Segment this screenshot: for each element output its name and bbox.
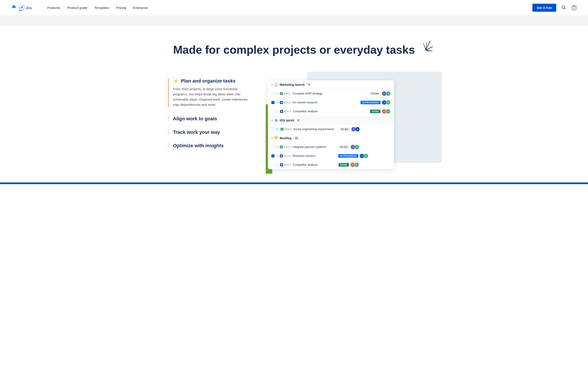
task-row: ▾ ◼ KEY-2 Do market research IN PROGRESS… bbox=[268, 98, 394, 107]
feature-active-desc: From short projects, to large cross-func… bbox=[173, 86, 251, 107]
task-row: ▾ ▲ KEY-1 Integrate payment platform TO … bbox=[268, 143, 394, 152]
status-badge: TO DO bbox=[339, 128, 350, 131]
group-backlog: ▾ 🗂️ Backlog 12 bbox=[268, 134, 394, 143]
status-badge: DONE bbox=[370, 110, 381, 113]
story-icon: ▲ bbox=[280, 128, 284, 131]
navbar: Jira Features Product guide Templates Pr… bbox=[0, 0, 588, 16]
avatar: A bbox=[355, 127, 360, 132]
feature-inactive-title-1: Track work your way bbox=[173, 130, 220, 135]
features-right: ▾ 📋 Marketing launch 3 ▾ ▲ KEY-1 Complet… bbox=[268, 78, 429, 169]
status-badge: IN PROGRESS bbox=[360, 101, 381, 104]
task-row: ◼ KEY-3 Competitor analysis DONE H G bbox=[268, 107, 394, 116]
subtask-icon: ◼ bbox=[280, 110, 283, 113]
subtask-icon: ◼ bbox=[280, 101, 283, 104]
task-avatars: A G bbox=[383, 100, 390, 105]
group-icon-backlog: 🗂️ bbox=[274, 136, 278, 140]
task-checkbox[interactable] bbox=[271, 154, 275, 157]
story-icon: ▲ bbox=[280, 145, 283, 149]
nav-features[interactable]: Features bbox=[47, 6, 60, 10]
task-name: Research vendors bbox=[293, 154, 336, 157]
svg-line-9 bbox=[423, 43, 426, 50]
task-name: Complete MVP strategy bbox=[293, 92, 367, 95]
svg-line-3 bbox=[564, 8, 565, 9]
status-badge: TO DO bbox=[338, 145, 349, 149]
task-name: Integrate payment platform bbox=[293, 145, 336, 149]
feature-align-work[interactable]: Align work to goals bbox=[168, 116, 251, 122]
task-avatars: F A bbox=[383, 91, 390, 96]
task-key: ▲ KEY-1 bbox=[280, 92, 290, 95]
task-name: Scope engineering requirements bbox=[293, 128, 337, 131]
jira-logo-svg: Jira bbox=[19, 5, 39, 11]
subtask-icon: ◼ bbox=[280, 154, 283, 157]
feature-inactive-title-0: Align work to goals bbox=[173, 116, 217, 121]
hero-title: Made for complex projects or everyday ta… bbox=[173, 43, 415, 57]
user-avatar[interactable] bbox=[571, 4, 577, 11]
feature-active-title: Plan and organize tasks bbox=[181, 78, 236, 84]
group-count-ios: 6 bbox=[296, 118, 301, 122]
chevron-down-icon: ▾ bbox=[271, 119, 273, 121]
group-ios-sprint: ▾ ⚙️ iOS sprint 6 bbox=[268, 116, 394, 125]
group-count-backlog: 12 bbox=[293, 136, 300, 140]
group-name-backlog: Backlog bbox=[280, 136, 291, 140]
nav-right: Get it free bbox=[532, 4, 577, 12]
loading-spinner bbox=[572, 6, 576, 10]
task-avatars: A G bbox=[360, 153, 368, 158]
footer-blue-bar bbox=[0, 182, 588, 184]
features-section: ⚡ Plan and organize tasks From short pro… bbox=[142, 65, 446, 182]
group-icon-ios: ⚙️ bbox=[274, 118, 278, 122]
task-checkbox[interactable] bbox=[271, 145, 275, 149]
task-checkbox[interactable] bbox=[271, 92, 275, 95]
task-avatars: F A bbox=[351, 145, 359, 149]
task-name: Competitor analysis bbox=[293, 110, 368, 113]
nav-pricing[interactable]: Pricing bbox=[116, 6, 126, 10]
task-key: ◼ KEY-3 bbox=[280, 163, 291, 166]
avatar: G bbox=[354, 163, 359, 167]
task-row: ▾ ▲ KEY-1 Complete MVP strategy TO DO F … bbox=[268, 89, 394, 98]
group-icon-marketing: 📋 bbox=[274, 83, 278, 86]
task-key: ◼ KEY-2 bbox=[280, 101, 290, 104]
task-checkbox[interactable] bbox=[271, 101, 275, 104]
get-it-free-button[interactable]: Get it free bbox=[532, 4, 556, 12]
sparkle-decoration bbox=[417, 39, 434, 52]
hero-section: Made for complex projects or everyday ta… bbox=[0, 26, 588, 65]
task-panel: ▾ 📋 Marketing launch 3 ▾ ▲ KEY-1 Complet… bbox=[268, 80, 394, 169]
task-name: Do market research bbox=[293, 101, 358, 104]
svg-text:Jira: Jira bbox=[26, 6, 32, 10]
search-button[interactable] bbox=[560, 4, 567, 12]
story-icon: ▲ bbox=[280, 92, 283, 95]
avatar: G bbox=[363, 153, 368, 158]
group-marketing-launch: ▾ 📋 Marketing launch 3 bbox=[268, 80, 394, 89]
task-row: ◼ KEY-3 Competitor analysis DONE H G bbox=[268, 161, 394, 169]
task-checkbox[interactable] bbox=[275, 110, 278, 113]
task-key: ▲ KEY-1 bbox=[280, 145, 290, 149]
avatar: A bbox=[354, 145, 359, 149]
feature-optimize-insights[interactable]: Optimize with insights bbox=[168, 143, 251, 149]
feature-track-work[interactable]: Track work your way bbox=[168, 130, 251, 135]
search-icon bbox=[561, 5, 566, 10]
status-badge: TO DO bbox=[369, 92, 381, 95]
group-name-ios: iOS sprint bbox=[280, 118, 294, 122]
lightning-icon: ⚡ bbox=[173, 78, 179, 84]
task-checkbox[interactable] bbox=[275, 163, 278, 166]
nav-templates[interactable]: Templates bbox=[94, 6, 109, 10]
avatar: A bbox=[386, 91, 390, 96]
status-badge: DONE bbox=[338, 163, 349, 166]
nav-enterprise[interactable]: Enterprise bbox=[133, 6, 148, 10]
top-banner bbox=[0, 16, 588, 26]
feature-inactive-title-2: Optimize with insights bbox=[173, 143, 224, 148]
nav-product-guide[interactable]: Product guide bbox=[67, 6, 87, 10]
group-name-marketing: Marketing launch bbox=[280, 83, 305, 86]
features-left: ⚡ Plan and organize tasks From short pro… bbox=[168, 78, 251, 156]
logo-link[interactable]: Jira bbox=[11, 4, 39, 11]
feature-plan-organize[interactable]: ⚡ Plan and organize tasks From short pro… bbox=[168, 78, 251, 107]
hero-title-text: Made for complex projects or everyday ta… bbox=[173, 43, 415, 56]
status-badge: IN PROGRESS bbox=[338, 154, 358, 158]
task-row: ▶ ▲ KEY-6 Scope engineering requirements… bbox=[268, 125, 394, 134]
task-avatars: H G bbox=[351, 163, 359, 167]
task-row: ▾ ◼ KEY-2 Research vendors IN PROGRESS A… bbox=[268, 152, 394, 161]
jira-logo-icon bbox=[11, 4, 17, 11]
nav-links: Features Product guide Templates Pricing… bbox=[47, 6, 148, 10]
task-checkbox[interactable] bbox=[271, 128, 275, 131]
task-key: ◼ KEY-2 bbox=[280, 154, 290, 157]
avatar: G bbox=[386, 100, 390, 105]
